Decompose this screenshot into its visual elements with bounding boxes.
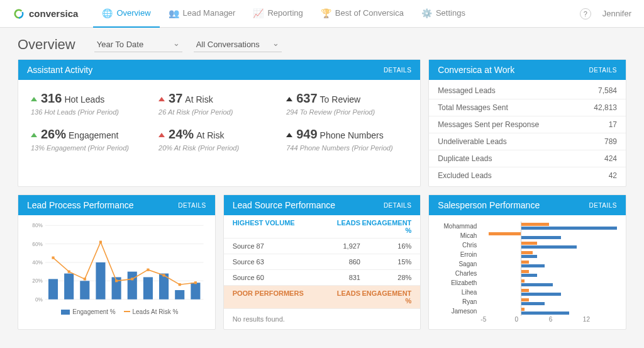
svg-rect-12 [80, 281, 89, 299]
nav-icon: ⚙️ [421, 8, 432, 18]
legend-swatch-risk [124, 311, 130, 312]
salesperson-row: Elizabeth [438, 278, 617, 288]
work-row: Total Messages Sent42,813 [429, 99, 626, 116]
assistant-activity-card: Assistant Activity DETAILS 316Hot Leads1… [18, 59, 421, 187]
nav-icon: 🏆 [321, 8, 331, 18]
logo: conversica [13, 8, 78, 20]
svg-rect-24 [115, 279, 118, 282]
user-name[interactable]: Jennifer [602, 9, 631, 18]
salesperson-row: Micah [438, 231, 617, 240]
salesperson-row: Sagan [438, 259, 617, 269]
card-title: Salesperson Performance [438, 200, 540, 210]
period-select[interactable]: Year To Date [94, 37, 182, 52]
help-icon[interactable]: ? [580, 8, 591, 20]
salesperson-row: Erroin [438, 250, 617, 259]
svg-text:0%: 0% [35, 297, 43, 303]
svg-rect-15 [128, 272, 137, 300]
card-title: Lead Source Performance [233, 200, 335, 210]
nav-lead-manager[interactable]: 👥Lead Manager [160, 0, 245, 28]
svg-text:60%: 60% [32, 242, 43, 247]
svg-rect-22 [84, 278, 86, 280]
legend-swatch-engagement [61, 310, 70, 315]
metric: 37At Risk26 At Risk (Prior Period) [158, 91, 280, 116]
nav-icon: 🌐 [102, 8, 113, 18]
details-link[interactable]: DETAILS [384, 202, 411, 209]
svg-rect-18 [175, 290, 184, 300]
svg-rect-10 [48, 279, 58, 299]
trend-up-icon [158, 133, 165, 137]
trend-up-icon [31, 97, 37, 101]
metric: 24%At Risk20% At Risk (Prior Period) [158, 127, 280, 152]
svg-rect-13 [96, 262, 105, 300]
trend-up-icon [158, 97, 165, 101]
lead-process-card: Lead Process Performance DETAILS 0%20%40… [18, 194, 216, 330]
conversation-select[interactable]: All Conversations [194, 37, 282, 52]
nav-best-of-conversica[interactable]: 🏆Best of Conversica [312, 0, 413, 28]
trend-up-icon [286, 133, 292, 137]
work-row: Messaged Leads7,584 [429, 82, 626, 99]
metric: 316Hot Leads136 Hot Leads (Prior Period) [31, 91, 152, 116]
source-row: Source 871,92716% [224, 239, 421, 254]
nav-icon: 👥 [169, 8, 179, 18]
metric: 949Phone Numbers744 Phone Numbers (Prior… [286, 127, 408, 152]
svg-rect-19 [191, 283, 200, 299]
page-title: Overview [18, 36, 75, 53]
svg-rect-29 [194, 281, 197, 284]
nav-overview[interactable]: 🌐Overview [93, 0, 159, 28]
logo-icon [13, 8, 25, 20]
salesperson-row: Ryan [438, 297, 617, 306]
svg-rect-28 [179, 283, 181, 286]
work-row: Undeliverable Leads789 [429, 133, 626, 150]
card-title: Assistant Activity [27, 65, 92, 75]
work-row: Excluded Leads42 [429, 167, 626, 184]
svg-rect-20 [52, 257, 54, 259]
chart-axis: -50612 [480, 316, 617, 323]
trend-up-icon [286, 97, 292, 101]
nav-reporting[interactable]: 📈Reporting [244, 0, 311, 28]
salesperson-row: Mohammad [438, 222, 617, 231]
trend-up-icon [31, 133, 37, 137]
svg-rect-25 [131, 278, 133, 280]
logo-text: conversica [29, 8, 78, 19]
svg-text:40%: 40% [32, 260, 43, 266]
details-link[interactable]: DETAILS [589, 67, 617, 74]
source-row: Source 6386015% [224, 254, 421, 270]
details-link[interactable]: DETAILS [178, 202, 206, 209]
svg-rect-21 [68, 271, 70, 273]
conversica-at-work-card: Conversica at Work DETAILS Messaged Lead… [428, 59, 626, 187]
nav-icon: 📈 [253, 8, 264, 18]
salesperson-row: Charles [438, 269, 617, 278]
lead-source-card: Lead Source Performance DETAILS HIGHEST … [223, 194, 421, 330]
svg-rect-23 [99, 241, 102, 244]
salesperson-row: Jameson [438, 306, 617, 316]
svg-text:20%: 20% [32, 278, 43, 284]
nav-settings[interactable]: ⚙️Settings [413, 0, 474, 28]
salesperson-card: Salesperson Performance DETAILS Mohammad… [428, 194, 626, 330]
svg-rect-16 [143, 277, 153, 299]
salesperson-row: Lihea [438, 288, 617, 297]
work-row: Duplicate Leads424 [429, 150, 626, 167]
details-link[interactable]: DETAILS [589, 202, 617, 209]
source-row: Source 6083128% [224, 270, 421, 286]
work-row: Messages Sent per Response17 [429, 116, 626, 133]
metric: 637To Review294 To Review (Prior Period) [286, 91, 408, 116]
metric: 26%Engagement13% Engagement (Prior Perio… [31, 127, 152, 152]
salesperson-chart: MohammadMicahChrisErroinSaganCharlesEliz… [429, 215, 626, 328]
svg-rect-26 [147, 269, 149, 271]
lead-process-chart: 0%20%40%60%80% Engagement % Leads At Ris… [18, 215, 215, 320]
svg-rect-27 [163, 274, 165, 276]
no-results: No results found. [224, 309, 421, 329]
svg-rect-11 [64, 274, 74, 300]
details-link[interactable]: DETAILS [384, 67, 411, 74]
card-title: Conversica at Work [438, 65, 514, 75]
card-title: Lead Process Performance [27, 200, 134, 210]
svg-text:80%: 80% [32, 223, 43, 228]
salesperson-row: Chris [438, 240, 617, 250]
